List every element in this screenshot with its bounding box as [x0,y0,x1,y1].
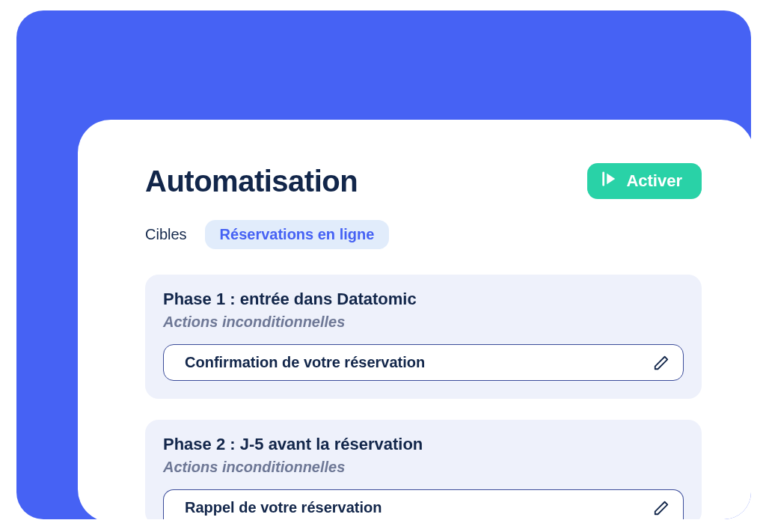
phase-card-1: Phase 1 : entrée dans Datatomic Actions … [145,275,702,399]
phase-subtitle: Actions inconditionnelles [163,314,684,331]
header-row: Automatisation Activer [145,163,702,199]
action-label: Confirmation de votre réservation [185,354,425,371]
targets-row: Cibles Réservations en ligne [145,220,702,249]
phase-title: Phase 2 : J-5 avant la réservation [163,435,684,454]
activate-label: Activer [626,171,682,191]
svg-marker-1 [607,174,616,185]
action-row[interactable]: Confirmation de votre réservation [163,344,684,381]
phase-card-2: Phase 2 : J-5 avant la réservation Actio… [145,420,702,519]
main-panel: Automatisation Activer Cibles Réservatio… [78,120,751,519]
page-title: Automatisation [145,165,358,198]
pencil-icon[interactable] [653,355,670,371]
action-label: Rappel de votre réservation [185,499,382,516]
pencil-icon[interactable] [653,500,670,516]
targets-label: Cibles [145,226,187,243]
activate-button[interactable]: Activer [587,163,702,199]
phase-title: Phase 1 : entrée dans Datatomic [163,290,684,309]
play-icon [601,171,617,192]
phase-subtitle: Actions inconditionnelles [163,459,684,476]
target-chip[interactable]: Réservations en ligne [205,220,390,249]
app-background: Automatisation Activer Cibles Réservatio… [16,10,751,519]
action-row[interactable]: Rappel de votre réservation [163,489,684,519]
